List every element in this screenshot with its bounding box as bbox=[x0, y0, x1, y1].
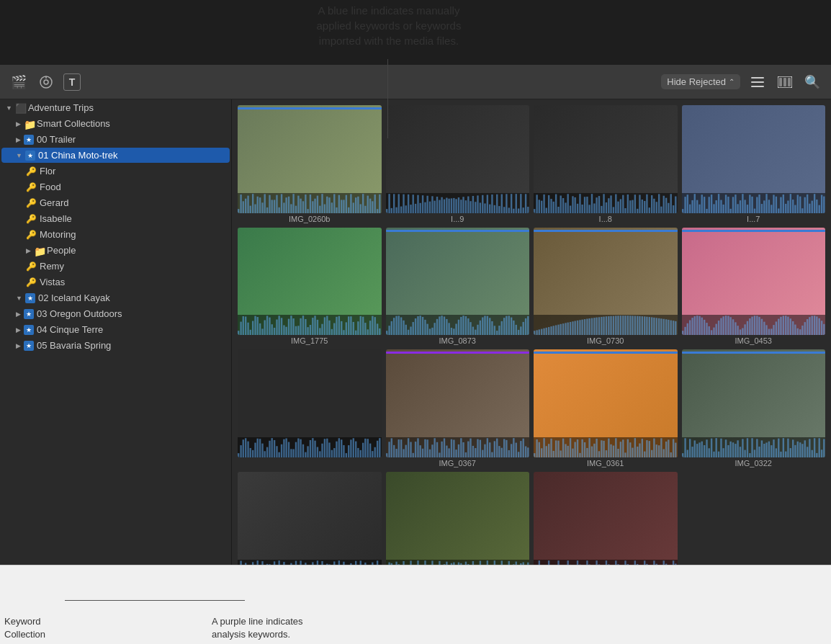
svg-rect-576 bbox=[448, 448, 449, 457]
svg-rect-479 bbox=[799, 329, 800, 335]
svg-rect-413 bbox=[637, 316, 638, 335]
thumbnail-image[interactable] bbox=[534, 472, 678, 580]
sidebar-item-flor[interactable]: 🔑Flor bbox=[1, 164, 230, 179]
svg-rect-12 bbox=[243, 201, 244, 213]
svg-rect-102 bbox=[462, 197, 464, 213]
sidebar-item-label: Food bbox=[40, 182, 61, 192]
svg-rect-671 bbox=[684, 438, 686, 457]
svg-rect-38 bbox=[305, 194, 306, 213]
thumbnail-img-0361[interactable]: IMG_0361 bbox=[534, 349, 678, 468]
thumbnail-img-0873[interactable]: IMG_0873 bbox=[386, 228, 530, 346]
svg-rect-4 bbox=[751, 81, 764, 83]
svg-rect-255 bbox=[250, 330, 251, 335]
svg-rect-706 bbox=[768, 442, 769, 457]
svg-rect-703 bbox=[760, 440, 762, 457]
thumbnail-image[interactable] bbox=[534, 228, 678, 336]
audio-waveform bbox=[238, 437, 382, 457]
audio-waveform bbox=[682, 437, 826, 457]
svg-rect-285 bbox=[321, 324, 323, 335]
thumbnail-image[interactable] bbox=[682, 349, 826, 457]
thumbnail-img-empty1[interactable] bbox=[238, 349, 382, 468]
thumbnail-image[interactable] bbox=[682, 105, 826, 213]
thumbnail-img-0322[interactable]: IMG_0322 bbox=[682, 349, 826, 468]
svg-rect-679 bbox=[703, 445, 704, 457]
svg-rect-266 bbox=[276, 320, 277, 335]
svg-rect-675 bbox=[693, 440, 695, 457]
svg-rect-294 bbox=[343, 330, 344, 335]
svg-rect-274 bbox=[295, 326, 297, 335]
sidebar-item-motoring[interactable]: 🔑Motoring bbox=[1, 227, 230, 242]
svg-rect-350 bbox=[482, 318, 483, 336]
sidebar-item-people[interactable]: ▶📁People bbox=[1, 243, 230, 258]
svg-rect-508 bbox=[281, 444, 282, 457]
svg-rect-534 bbox=[343, 445, 344, 457]
svg-rect-714 bbox=[787, 439, 789, 457]
svg-rect-239 bbox=[799, 196, 800, 213]
thumbnail-img-7[interactable]: I...7 bbox=[682, 105, 826, 223]
sidebar-item-00-trailer[interactable]: ▶★00 Trailer bbox=[1, 132, 230, 147]
svg-rect-661 bbox=[656, 444, 657, 457]
thumbnail-image[interactable] bbox=[238, 105, 382, 213]
svg-rect-175 bbox=[642, 200, 643, 213]
svg-rect-634 bbox=[591, 446, 593, 457]
sidebar-item-04-cinque[interactable]: ▶★04 Cinque Terre bbox=[1, 322, 230, 337]
svg-rect-523 bbox=[317, 447, 318, 457]
sidebar-item-food[interactable]: 🔑Food bbox=[1, 179, 230, 194]
svg-rect-338 bbox=[453, 329, 454, 336]
svg-rect-473 bbox=[785, 316, 786, 336]
svg-rect-502 bbox=[266, 447, 268, 457]
svg-rect-458 bbox=[749, 318, 750, 335]
thumbnail-img-0260b[interactable]: IMG_0260b bbox=[238, 105, 382, 223]
filmstrip-icon[interactable] bbox=[775, 72, 795, 92]
svg-rect-265 bbox=[274, 328, 275, 335]
thumbnail-image[interactable] bbox=[386, 349, 530, 457]
thumbnail-image[interactable] bbox=[386, 472, 530, 580]
svg-rect-445 bbox=[717, 321, 719, 335]
sidebar-item-vistas[interactable]: 🔑Vistas bbox=[1, 274, 230, 290]
svg-rect-153 bbox=[588, 205, 590, 213]
svg-rect-656 bbox=[644, 451, 645, 457]
svg-rect-334 bbox=[443, 317, 444, 336]
sidebar-item-isabelle[interactable]: 🔑Isabelle bbox=[1, 211, 230, 226]
thumbnail-image[interactable] bbox=[534, 349, 678, 457]
thumbnail-img-9[interactable]: I...9 bbox=[386, 105, 530, 223]
audio-icon[interactable] bbox=[36, 72, 56, 92]
search-icon[interactable]: 🔍 bbox=[802, 72, 822, 92]
title-icon[interactable]: T bbox=[63, 73, 81, 91]
thumbnail-img-0367[interactable]: IMG_0367 bbox=[386, 349, 530, 468]
thumbnail-img-0730[interactable]: IMG_0730 bbox=[534, 228, 678, 346]
sidebar-item-05-bavaria[interactable]: ▶★05 Bavaria Spring bbox=[1, 338, 230, 353]
sidebar-item-label: 02 Iceland Kayak bbox=[38, 292, 110, 303]
sidebar-item-smart-collections[interactable]: ▶📁Smart Collections bbox=[1, 116, 230, 131]
svg-rect-273 bbox=[292, 318, 294, 335]
movies-icon[interactable]: 🎬 bbox=[9, 72, 29, 92]
svg-rect-448 bbox=[724, 316, 726, 335]
thumbnail-image[interactable] bbox=[386, 105, 530, 213]
sidebar-item-gerard[interactable]: 🔑Gerard bbox=[1, 195, 230, 210]
svg-rect-628 bbox=[577, 439, 578, 457]
expand-triangle: ▼ bbox=[6, 104, 12, 112]
svg-rect-715 bbox=[789, 448, 791, 457]
svg-rect-94 bbox=[443, 199, 444, 213]
thumbnail-img-0453[interactable]: IMG_0453 bbox=[682, 228, 826, 346]
thumbnail-img-8[interactable]: I...8 bbox=[534, 105, 678, 223]
list-view-icon[interactable] bbox=[747, 72, 768, 92]
svg-rect-22 bbox=[266, 207, 268, 213]
sidebar-item-01-china[interactable]: ▼★01 China Moto-trek bbox=[1, 148, 230, 163]
sidebar-item-02-iceland[interactable]: ▼★02 Iceland Kayak bbox=[1, 290, 230, 305]
sidebar-item-03-oregon[interactable]: ▶★03 Oregon Outdoors bbox=[1, 306, 230, 321]
svg-rect-729 bbox=[823, 439, 825, 457]
thumbnail-img-1775[interactable]: IMG_1775 bbox=[238, 228, 382, 346]
thumbnail-image[interactable] bbox=[238, 472, 382, 580]
thumbnail-image[interactable] bbox=[386, 228, 530, 336]
thumbnail-image[interactable] bbox=[238, 349, 382, 457]
sidebar-item-remy[interactable]: 🔑Remy bbox=[1, 259, 230, 274]
svg-rect-5 bbox=[751, 86, 764, 87]
svg-rect-74 bbox=[395, 207, 397, 213]
hide-rejected-button[interactable]: Hide Rejected ⌃ bbox=[661, 74, 740, 89]
svg-rect-167 bbox=[622, 194, 624, 213]
sidebar-item-adventure-trips[interactable]: ▼⬛Adventure Trips bbox=[1, 100, 230, 115]
thumbnail-image[interactable] bbox=[682, 228, 826, 336]
thumbnail-image[interactable] bbox=[534, 105, 678, 213]
thumbnail-image[interactable] bbox=[238, 228, 382, 336]
